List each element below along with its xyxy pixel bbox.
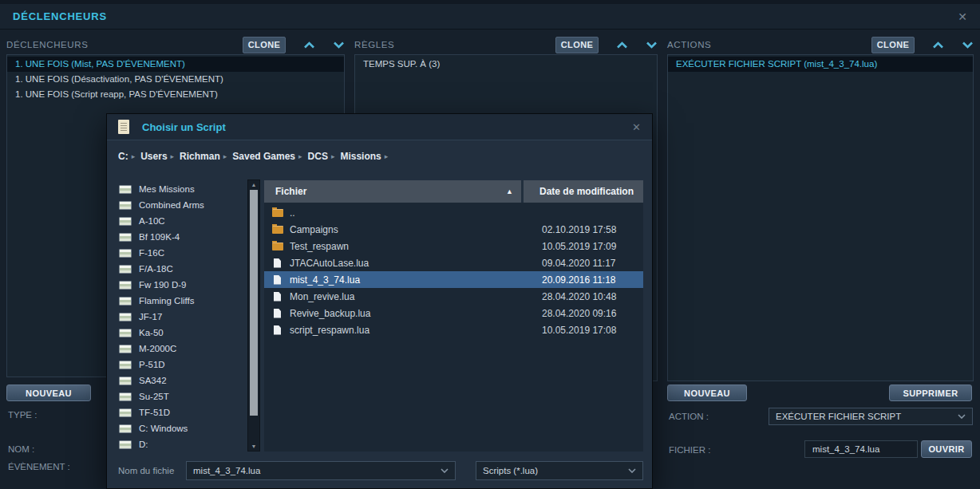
trigger-item[interactable]: 1. UNE FOIS (Mist, PAS D'ÉVENEMENT)	[7, 57, 344, 72]
place-item[interactable]: JF-17	[113, 309, 247, 325]
breadcrumb-separator-icon: ▸	[132, 152, 136, 160]
file-date: 10.05.2019 17:08	[526, 325, 643, 336]
breadcrumb-item[interactable]: Missions▸	[340, 151, 393, 162]
rule-item[interactable]: TEMPS SUP. À (3)	[355, 57, 657, 72]
file-row[interactable]: script_respawn.lua 10.05.2019 17:08	[264, 321, 643, 338]
drive-icon	[119, 185, 132, 194]
actions-new-button[interactable]: NOUVEAU	[667, 384, 747, 401]
place-item[interactable]: C: Windows	[113, 420, 247, 436]
breadcrumb-separator-icon: ▸	[171, 152, 175, 160]
place-item[interactable]: D:	[113, 436, 247, 452]
breadcrumb-separator-icon: ▸	[331, 152, 335, 160]
scroll-up-icon[interactable]: ▲	[248, 180, 259, 189]
breadcrumb-separator-icon: ▸	[298, 152, 302, 160]
file-row[interactable]: Revive_backup.lua 28.04.2020 09:16	[264, 305, 643, 321]
actions-move-down-button[interactable]	[962, 40, 974, 49]
drive-icon	[119, 424, 132, 433]
choose-script-dialog: Choisir un Script ✕ C:▸ Users▸ Richman▸ …	[106, 113, 653, 489]
file-row[interactable]: Test_respawn 10.05.2019 17:09	[264, 238, 643, 254]
breadcrumb-separator-icon: ▸	[223, 152, 227, 160]
sidebar-scrollbar[interactable]: ▲ ▼	[247, 179, 260, 452]
trigger-item[interactable]: 1. UNE FOIS (Désactivation, PAS D'ÉVENEM…	[7, 72, 344, 87]
place-item[interactable]: F-16C	[113, 245, 247, 261]
file-type-icon	[274, 275, 281, 285]
place-item[interactable]: F/A-18C	[113, 261, 247, 277]
window-title: DÉCLENCHEURS	[13, 10, 107, 22]
rules-clone-button[interactable]: CLONE	[555, 37, 599, 53]
rules-panel-header: RÈGLES CLONE	[354, 36, 658, 53]
breadcrumb-separator-icon: ▸	[385, 152, 389, 160]
file-row[interactable]: Mon_revive.lua 28.04.2020 10:48	[264, 288, 643, 305]
place-item[interactable]: Flaming Cliffs	[113, 293, 247, 309]
actions-move-up-button[interactable]	[932, 40, 944, 49]
actions-delete-button[interactable]: SUPPRIMER	[889, 384, 972, 401]
drive-icon	[119, 377, 132, 385]
actions-clone-button[interactable]: CLONE	[871, 37, 915, 53]
places-sidebar: Mes Missions Combined Arms A-10C Bf 109K…	[113, 179, 260, 452]
script-document-icon	[118, 120, 129, 134]
drive-icon	[119, 329, 132, 337]
scroll-down-icon[interactable]: ▼	[248, 442, 259, 451]
filename-combobox[interactable]: mist_4_3_74.lua	[186, 461, 456, 480]
place-item[interactable]: Fw 190 D-9	[113, 277, 247, 293]
column-header-date[interactable]: Date de modification	[524, 180, 643, 203]
window-titlebar: DÉCLENCHEURS ✕	[0, 0, 980, 30]
fichier-input[interactable]	[804, 440, 918, 458]
place-item[interactable]: A-10C	[113, 213, 247, 229]
drive-icon	[119, 217, 132, 226]
action-item[interactable]: EXÉCUTER FICHIER SCRIPT (mist_4_3_74.lua…	[668, 57, 973, 72]
file-date: 20.09.2016 11:18	[526, 274, 643, 286]
chevron-down-icon	[441, 468, 449, 473]
file-date: 28.04.2020 09:16	[526, 308, 643, 319]
file-row[interactable]: mist_4_3_74.lua 20.09.2016 11:18	[264, 271, 643, 288]
file-row[interactable]: ..	[264, 204, 643, 221]
ouvrir-button[interactable]: OUVRIR	[921, 440, 972, 458]
file-row[interactable]: JTACAutoLase.lua 09.04.2020 11:17	[264, 254, 643, 271]
triggers-clone-button[interactable]: CLONE	[243, 37, 286, 53]
nom-label: NOM :	[8, 444, 34, 454]
file-filter-combobox[interactable]: Scripts (*.lua)	[476, 461, 643, 480]
column-header-fichier[interactable]: Fichier ▲	[264, 180, 524, 203]
place-item[interactable]: Combined Arms	[113, 197, 247, 213]
action-type-dropdown[interactable]: EXÉCUTER FICHIER SCRIPT	[769, 408, 973, 425]
file-row[interactable]: Campaigns 02.10.2019 17:58	[264, 221, 643, 238]
place-item[interactable]: M-2000C	[113, 341, 247, 357]
triggers-new-button[interactable]: NOUVEAU	[6, 384, 91, 401]
file-date: 28.04.2020 10:48	[526, 291, 643, 302]
place-item[interactable]: Bf 109K-4	[113, 229, 247, 245]
window-close-icon[interactable]: ✕	[958, 10, 967, 23]
file-filter-value: Scripts (*.lua)	[483, 466, 538, 475]
breadcrumb-item[interactable]: C:▸	[118, 151, 140, 162]
file-type-icon	[274, 292, 281, 302]
dialog-title: Choisir un Script	[142, 121, 226, 133]
rules-move-up-button[interactable]	[616, 40, 628, 49]
place-item[interactable]: SA342	[113, 373, 247, 388]
evenement-label: ÉVÈNEMENT :	[8, 462, 70, 471]
drive-icon	[119, 361, 132, 369]
triggers-move-down-button[interactable]	[333, 40, 345, 49]
filename-value: mist_4_3_74.lua	[193, 466, 260, 475]
breadcrumb-item[interactable]: Richman▸	[180, 151, 232, 162]
triggers-move-up-button[interactable]	[303, 40, 315, 49]
place-item[interactable]: Mes Missions	[113, 181, 247, 197]
file-date: 02.10.2019 17:58	[526, 224, 643, 235]
place-item[interactable]: Ka-50	[113, 325, 247, 341]
file-type-icon	[274, 325, 281, 335]
drive-icon	[119, 440, 132, 449]
rules-move-down-button[interactable]	[646, 40, 658, 49]
drive-icon	[119, 392, 132, 401]
breadcrumb-item[interactable]: DCS▸	[308, 151, 341, 162]
filename-label: Nom du fichie	[118, 466, 174, 475]
breadcrumb-item[interactable]: Users▸	[140, 151, 180, 162]
trigger-item[interactable]: 1. UNE FOIS (Script reapp, PAS D'ÉVENEME…	[7, 87, 344, 102]
triggers-panel-header: DÉCLENCHEURS CLONE	[6, 36, 345, 53]
place-item[interactable]: TF-51D	[113, 404, 247, 420]
places-list: Mes Missions Combined Arms A-10C Bf 109K…	[113, 181, 247, 452]
breadcrumb-item[interactable]: Saved Games▸	[232, 151, 307, 162]
dialog-close-icon[interactable]: ✕	[632, 121, 641, 133]
place-item[interactable]: P-51D	[113, 357, 247, 373]
scrollbar-thumb[interactable]	[250, 190, 258, 416]
drive-icon	[119, 313, 132, 321]
triggers-window: DÉCLENCHEURS ✕ DÉCLENCHEURS CLONE 1. UNE…	[0, 0, 980, 489]
place-item[interactable]: Su-25T	[113, 388, 247, 404]
